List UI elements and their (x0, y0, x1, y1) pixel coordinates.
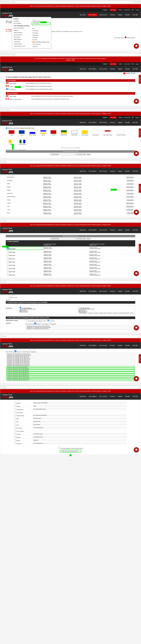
view-numbers-button[interactable]: View Numbers (126, 177, 134, 178)
dd-item[interactable]: DID Portability (13, 22, 30, 24)
view-numbers-button[interactable]: View Numbers (126, 196, 134, 198)
confirm-order-button[interactable]: Click here to confirm your order >> (60, 450, 81, 453)
search-input[interactable] (59, 238, 76, 240)
view-numbers-button[interactable]: View Numbers (126, 190, 134, 191)
pop-item[interactable]: Montreal 07, QC (montreal7.voip.ms) 158.… (6, 361, 135, 362)
dd-item[interactable]: Audio Conferencing (13, 27, 30, 29)
routing-radio[interactable] (14, 433, 16, 435)
pop-item[interactable]: Toronto 04, ON (toronto4.voip.ms) 208.10… (6, 372, 135, 374)
chat-fab[interactable]: 💬 (134, 447, 139, 452)
routing-radio[interactable] (14, 430, 16, 432)
country-row-intl[interactable]: InternationalCheck availability and orde… (6, 88, 135, 91)
pop-item[interactable]: Montreal 03, QC (montreal3.voip.ms) 198.… (26, 328, 135, 329)
nav-sub[interactable]: Sub Accounts (98, 67, 108, 70)
nav-support[interactable]: Support (117, 13, 124, 16)
plan-radio-flat[interactable] (79, 306, 80, 308)
url-bar[interactable]: voip.ms (10, 1, 134, 4)
dd-item[interactable]: Phone Book (32, 30, 50, 32)
number-checkbox[interactable] (7, 260, 9, 262)
province-manitoba[interactable]: Manitoba (50, 130, 56, 136)
number-checkbox[interactable] (7, 257, 9, 259)
nav-did[interactable]: DID Numbers (87, 13, 98, 16)
community-link[interactable]: Community (124, 63, 130, 65)
dd-item[interactable]: e911 (32, 28, 50, 30)
number-checkbox[interactable] (7, 251, 9, 253)
lang-select[interactable]: English ▾ (103, 117, 108, 118)
pop-item[interactable]: Montreal 04, QC (montreal4.voip.ms) 208.… (6, 357, 135, 358)
callerid-yes-radio[interactable] (25, 320, 27, 321)
feedback-tab[interactable]: Feedback (139, 128, 141, 137)
nav-finances[interactable]: Finances (108, 67, 117, 70)
country-row-us[interactable]: United StatesCheck availability and orde… (6, 82, 135, 85)
callerid-no-radio[interactable] (47, 320, 49, 321)
number-checkbox[interactable] (8, 296, 10, 298)
contains-select[interactable]: CONTAINS (50, 238, 58, 240)
pop-list[interactable]: Montreal 01, QC (montreal.voip.ms) 108.1… (25, 325, 135, 330)
live-chat-link[interactable]: Live Chat (109, 9, 117, 11)
plan-per-minute[interactable]: Per minute (Inbound) $0.85 per month - $… (18, 306, 76, 314)
wiki-link[interactable]: Wiki (133, 73, 135, 74)
nav-main[interactable]: Main Menu (78, 13, 87, 16)
url-bar[interactable]: voip.ms (10, 53, 140, 56)
lang-select[interactable]: English ▾ (103, 63, 108, 65)
province-saskatchewan[interactable]: Saskatchewan (61, 130, 67, 136)
routing-radio[interactable] (14, 408, 16, 410)
pop-item[interactable]: Montreal 01, QC (montreal.voip.ms) 108.1… (6, 353, 135, 354)
feedback-tab[interactable]: Feedback (139, 75, 141, 84)
dd-item[interactable]: Call Parking (13, 40, 30, 43)
plan-radio-minute[interactable] (19, 306, 21, 308)
dd-item[interactable]: Callback (13, 29, 30, 32)
routing-radio[interactable] (14, 442, 16, 444)
province-ontario[interactable]: Ontario (8, 130, 14, 136)
routing-radio[interactable] (14, 417, 16, 419)
province-northwest-territories[interactable]: Northwest Territories (117, 130, 126, 136)
province-yukon-territories[interactable]: Yukon Territories (19, 140, 26, 145)
contains-select[interactable]: CONTAINS (50, 154, 58, 155)
routing-radio[interactable] (14, 436, 16, 438)
pop-item[interactable]: Montreal 08, QC (montreal8.voip.ms) 208.… (6, 362, 135, 364)
tutorial-link[interactable]: Tutorial (126, 73, 130, 74)
pop-item[interactable]: Toronto 08, ON (toronto8.voip.ms) 158.85… (6, 379, 135, 381)
pop-item[interactable]: Montreal 10, QC (montreal10.voip.ms) 104… (6, 365, 135, 366)
routing-radio[interactable] (14, 427, 16, 428)
lang-select[interactable]: English ▾ (103, 9, 108, 10)
province-nova-scotia[interactable]: Nova Scotia (71, 130, 77, 136)
province-newfoundland[interactable]: Newfoundland (92, 130, 99, 136)
dd-item[interactable]: Virtual Fax (32, 46, 50, 48)
dd-item[interactable]: CallerID Filtering (13, 32, 30, 34)
routing-radio[interactable] (14, 414, 16, 416)
view-numbers-button[interactable]: View Numbers (126, 206, 134, 208)
feedback-tab[interactable]: Feedback (139, 184, 141, 193)
dd-item[interactable]: Recordings (32, 32, 50, 34)
dd-item[interactable]: Call Hunting (13, 36, 30, 38)
dd-item[interactable]: Time Conditions (32, 43, 50, 46)
view-numbers-button[interactable]: Cannot Order (126, 200, 134, 201)
view-numbers-button[interactable]: Cannot Order (126, 193, 134, 194)
pop-item[interactable]: Montreal 01, QC (montreal.voip.ms) 108.1… (26, 326, 135, 327)
dd-item[interactable]: Sequences (32, 36, 50, 39)
nav-earn[interactable]: Earn $25 (131, 13, 139, 16)
routing-radio[interactable] (14, 411, 16, 413)
routing-radio[interactable] (14, 420, 16, 422)
tickets-link[interactable]: Tickets (118, 63, 122, 65)
province-alberta[interactable]: Alberta (40, 130, 46, 136)
pop-list[interactable]: Montreal 01, QC (montreal.voip.ms) 108.1… (6, 353, 135, 382)
wiki-link[interactable]: Wiki (132, 63, 134, 65)
chat-fab[interactable]: 💬 (134, 151, 139, 156)
view-numbers-button[interactable]: View Numbers (126, 186, 134, 188)
pop-item[interactable]: Toronto 01, ON (toronto.voip.ms) 208.100… (6, 366, 135, 368)
number-checkbox[interactable] (7, 270, 9, 272)
number-checkbox[interactable] (7, 274, 9, 276)
tollfree-row-us[interactable]: United StatesCheck availability and orde… (6, 94, 135, 98)
nav-main[interactable]: Main Menu (78, 67, 87, 70)
filter-canada-cb[interactable] (34, 322, 36, 324)
filter-us-cb[interactable] (40, 322, 42, 324)
pop-item[interactable]: Montreal 02, QC (montreal2.voip.ms) 108.… (26, 327, 135, 328)
nav-did[interactable]: DID Numbers (87, 67, 98, 70)
chat-fab[interactable]: 💬 (134, 210, 139, 215)
search-button[interactable]: Search (86, 238, 91, 240)
nav-reseller[interactable]: Reseller (124, 13, 131, 16)
province-prince-edward-island[interactable]: Prince Edward Island (103, 130, 112, 136)
nav-sub[interactable]: Sub Accounts (98, 13, 108, 16)
search-button[interactable]: Search (86, 154, 91, 155)
